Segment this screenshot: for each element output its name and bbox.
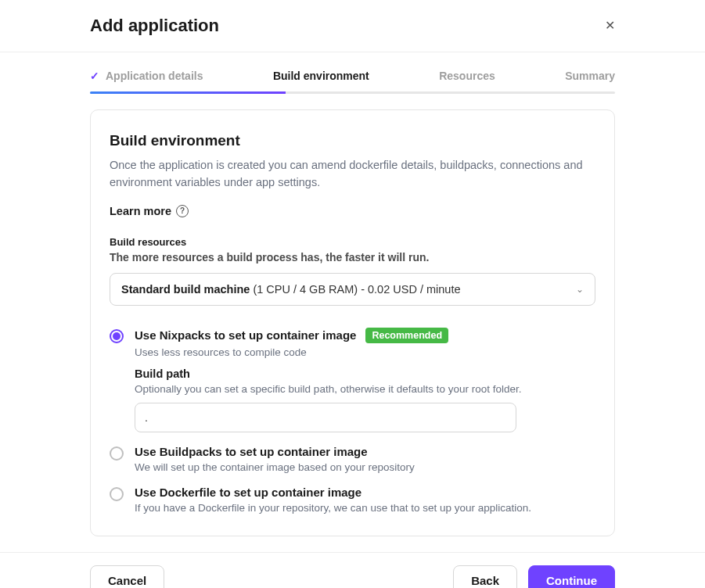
step-resources[interactable]: Resources (439, 70, 495, 82)
step-label: Application details (106, 70, 203, 82)
build-path-input[interactable] (135, 403, 516, 432)
build-environment-card: Build environment Once the application i… (90, 109, 615, 536)
radio-input-buildpacks[interactable] (110, 446, 124, 461)
step-build-environment[interactable]: Build environment (273, 70, 369, 82)
content-area: Build environment Once the application i… (0, 94, 705, 552)
continue-button[interactable]: Continue (528, 565, 615, 589)
build-path-section: Build path Optionally you can set a spec… (135, 368, 595, 432)
check-icon: ✓ (90, 70, 99, 82)
chevron-down-icon: ⌄ (576, 284, 584, 295)
section-title: Build environment (110, 132, 595, 149)
radio-dockerfile[interactable]: Use Dockerfile to set up container image… (110, 486, 595, 514)
build-path-description: Optionally you can set a specific build … (135, 383, 595, 395)
radio-content: Use Buildpacks to set up container image… (135, 445, 595, 473)
radio-title-row: Use Dockerfile to set up container image (135, 486, 595, 499)
help-icon: ? (176, 205, 189, 217)
radio-description: We will set up the container image based… (135, 461, 595, 473)
radio-title: Use Dockerfile to set up container image (135, 486, 361, 499)
cancel-button[interactable]: Cancel (90, 565, 164, 589)
learn-more-label: Learn more (110, 205, 171, 217)
radio-input-nixpacks[interactable] (110, 329, 124, 343)
build-machine-select[interactable]: Standard build machine (1 CPU / 4 GB RAM… (110, 273, 595, 306)
radio-title: Use Buildpacks to set up container image (135, 445, 368, 458)
build-path-title: Build path (135, 368, 595, 380)
recommended-badge: Recommended (365, 328, 448, 343)
step-label: Build environment (273, 70, 369, 82)
build-resources-label: Build resources (110, 236, 595, 248)
radio-content: Use Dockerfile to set up container image… (135, 486, 595, 514)
close-icon: ✕ (605, 19, 615, 32)
radio-title: Use Nixpacks to set up container image (135, 328, 356, 342)
modal-footer: Cancel Back Continue (0, 552, 705, 589)
stepper-progress-track (90, 91, 615, 94)
stepper: ✓ Application details Build environment … (0, 52, 705, 82)
build-machine-value: Standard build machine (1 CPU / 4 GB RAM… (121, 283, 461, 296)
build-machine-name: Standard build machine (121, 283, 250, 296)
learn-more-link[interactable]: Learn more ? (110, 205, 189, 217)
radio-nixpacks[interactable]: Use Nixpacks to set up container image R… (110, 328, 595, 432)
page-title: Add application (90, 16, 219, 36)
radio-input-dockerfile[interactable] (110, 487, 124, 501)
step-summary[interactable]: Summary (565, 70, 615, 82)
modal-header: Add application ✕ (0, 0, 705, 52)
radio-title-row: Use Nixpacks to set up container image R… (135, 328, 595, 343)
container-image-radiogroup: Use Nixpacks to set up container image R… (110, 328, 595, 514)
section-description: Once the application is created you can … (110, 157, 595, 192)
footer-right-group: Back Continue (453, 565, 615, 589)
build-machine-detail: (1 CPU / 4 GB RAM) - 0.02 USD / minute (250, 283, 460, 296)
step-label: Resources (439, 70, 495, 82)
stepper-progress-fill (90, 91, 286, 94)
radio-description: If you have a Dockerfile in your reposit… (135, 502, 595, 514)
step-application-details[interactable]: ✓ Application details (90, 70, 203, 82)
build-resources-description: The more resources a build process has, … (110, 251, 595, 264)
close-button[interactable]: ✕ (605, 20, 615, 32)
radio-buildpacks[interactable]: Use Buildpacks to set up container image… (110, 445, 595, 473)
radio-content: Use Nixpacks to set up container image R… (135, 328, 595, 432)
step-label: Summary (565, 70, 615, 82)
build-resources-group: Build resources The more resources a bui… (110, 236, 595, 306)
back-button[interactable]: Back (453, 565, 517, 589)
radio-title-row: Use Buildpacks to set up container image (135, 445, 595, 458)
radio-description: Uses less resources to compile code (135, 346, 595, 358)
